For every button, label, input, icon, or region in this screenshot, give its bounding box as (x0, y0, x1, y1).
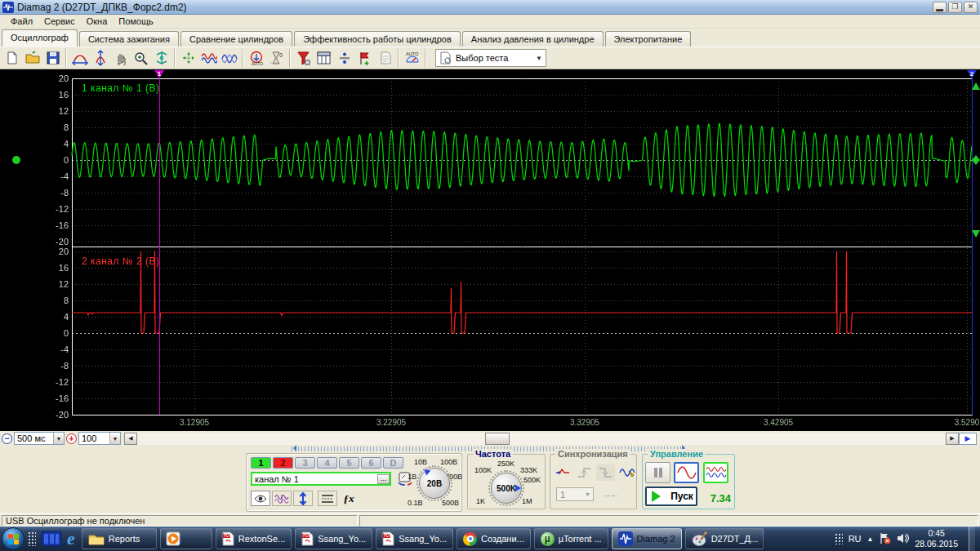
overlay-waves-icon[interactable] (219, 48, 239, 68)
pinned-dots-icon[interactable] (28, 531, 36, 546)
channel-button-3[interactable]: 3 (295, 457, 315, 469)
tab-power-supply[interactable]: Электропитание (605, 31, 692, 47)
hand-icon[interactable] (110, 48, 131, 68)
channel-button-4[interactable]: 4 (317, 457, 337, 469)
channel-button-1[interactable]: 1 (251, 457, 271, 469)
fit-signal-icon[interactable] (178, 48, 198, 68)
start-button-orb[interactable] (2, 527, 24, 550)
language-indicator[interactable]: RU (849, 534, 862, 544)
tab-ignition[interactable]: Система зажигания (79, 31, 179, 47)
taskbar-button-paint[interactable]: D27DT_Д... (685, 528, 764, 549)
formula-fx-icon[interactable]: ƒx (339, 491, 359, 506)
test-select-value: Выбор теста (456, 53, 508, 63)
menu-service[interactable]: Сервис (38, 16, 81, 27)
voltage-reading: 7.34 (710, 492, 731, 504)
close-button[interactable]: ✕ (964, 2, 978, 13)
stretch-vertical-icon[interactable] (90, 48, 110, 68)
filter-icon[interactable] (293, 48, 314, 68)
scroll-left-button[interactable]: ◀ (124, 433, 137, 445)
scale-combo[interactable]: 100▼ (78, 432, 121, 445)
menu-windows[interactable]: Окна (81, 16, 114, 27)
zoom-out-time-icon[interactable]: − (2, 433, 12, 444)
taskbar-button-media-player[interactable] (160, 528, 212, 549)
eye-icon[interactable] (251, 491, 270, 506)
taskbar-button-utorrent[interactable]: µ µTorrent ... (534, 528, 608, 549)
divide-icon[interactable] (334, 48, 354, 68)
internet-explorer-icon[interactable]: e (67, 528, 75, 549)
follow-end-button[interactable]: ▶ (959, 433, 977, 445)
auto-amplitude-icon[interactable]: AUTO (246, 48, 266, 68)
scroll-right-button[interactable]: ▶ (946, 433, 959, 445)
zoom-in-scale-icon[interactable]: + (66, 433, 77, 444)
sync-rising-edge-icon[interactable] (575, 464, 594, 481)
channel-button-5[interactable]: 5 (339, 457, 359, 469)
save-icon[interactable] (42, 48, 63, 68)
taskbar-button-chrome[interactable]: Создани... (457, 528, 531, 549)
adc-waves-icon[interactable] (272, 491, 292, 506)
diagnostic-device-icon[interactable] (41, 531, 62, 547)
taskbar-button-reports[interactable]: Reports (82, 528, 157, 549)
sync-source-value: 1 (560, 490, 565, 500)
voltage-10v-label: 10В (414, 458, 427, 466)
channel-button-d[interactable]: D (383, 457, 403, 469)
sync-manual-cursor-icon[interactable] (617, 464, 636, 481)
tab-cylinder-pressure[interactable]: Анализ давления в цилиндре (462, 31, 604, 47)
continuous-sweep-icon[interactable] (703, 462, 728, 483)
scrollbar-thumb[interactable] (485, 433, 510, 445)
taskbar-button-rexton-pdf[interactable]: PDF RextonSe... (216, 528, 292, 549)
svg-text:AUTO: AUTO (406, 51, 419, 56)
test-select-combo[interactable]: Выбор теста ▼ (435, 49, 546, 67)
maximize-button[interactable]: ❐ (948, 2, 962, 13)
sync-source-select[interactable]: 1 ▼ (556, 487, 594, 501)
clock[interactable]: 0:45 28.06.2015 (915, 528, 958, 549)
taskbar-button-label: D27DT_Д... (711, 534, 759, 544)
menu-file[interactable]: Файл (5, 16, 38, 27)
tray-expand-icon[interactable]: ▲ (867, 535, 874, 543)
action-center-flag-icon[interactable] (879, 532, 891, 546)
auto-gauge-icon[interactable]: AUTO (402, 48, 422, 68)
new-file-icon[interactable] (2, 48, 22, 68)
tab-oscilloscope[interactable]: Осциллограф (2, 29, 78, 47)
table-icon[interactable] (314, 48, 334, 68)
title-bar[interactable]: Diamag 2 (D27DT_ДПКВ_Форс2.dm2) ▬ ❐ ✕ (0, 0, 980, 15)
channel-name-input[interactable]: канал № 1 ... (251, 472, 391, 486)
scrollbar-track[interactable] (138, 433, 945, 445)
single-sweep-icon[interactable] (674, 462, 699, 483)
grid-lines-icon[interactable] (318, 491, 337, 506)
taskbar-button-ssang-pdf-1[interactable]: PDF Ssang_Yo... (295, 528, 372, 549)
taskbar-button-ssang-pdf-2[interactable]: PDF Ssang_Yo... (376, 528, 453, 549)
signal-selector-icon[interactable] (151, 48, 172, 68)
sync-falling-edge-icon[interactable] (596, 464, 615, 481)
start-button[interactable]: Пуск (645, 487, 697, 506)
chevron-down-icon[interactable]: ▼ (53, 433, 64, 444)
taskbar-button-diamag[interactable]: Diamag 2 (612, 528, 682, 549)
oscilloscope-display[interactable]: 1 канал № 1 (В) 2 канал № 2 (В) (0, 69, 980, 431)
open-file-icon[interactable] (22, 48, 42, 68)
tab-cylinder-efficiency[interactable]: Эффективность работы цилиндров (294, 31, 461, 47)
report-icon[interactable] (375, 48, 395, 68)
sync-join-icon[interactable]: →← (603, 489, 617, 499)
timebase-combo[interactable]: 500 мс▼ (14, 432, 65, 445)
channel-button-2[interactable]: 2 (273, 457, 293, 469)
zero-offset-icon[interactable]: 0 (266, 48, 287, 68)
stretch-horizontal-icon[interactable] (69, 48, 90, 68)
show-desktop-button[interactable] (969, 527, 975, 551)
sync-wave-trigger-icon[interactable] (554, 464, 572, 481)
channel-button-6[interactable]: 6 (361, 457, 381, 469)
speaker-icon[interactable] (897, 533, 909, 545)
flag-icon[interactable] (354, 48, 375, 68)
scope-canvas[interactable] (0, 69, 980, 431)
zoom-icon[interactable] (131, 48, 151, 68)
compare-waves-icon[interactable] (198, 48, 219, 68)
channel-name-browse-button[interactable]: ... (377, 474, 390, 484)
pause-icon[interactable] (645, 462, 670, 483)
tab-cylinder-compare[interactable]: Сравнение цилиндров (180, 31, 292, 47)
chrome-icon (463, 532, 477, 546)
frequency-knob[interactable]: 250K 100K 333K 500K 1K 1M 500K (473, 460, 541, 507)
menu-help[interactable]: Помощь (113, 16, 159, 27)
invert-updown-icon[interactable] (293, 491, 313, 506)
freq-1m-label: 1M (522, 497, 532, 505)
chevron-down-icon[interactable]: ▼ (109, 433, 120, 444)
minimize-button[interactable]: ▬ (933, 2, 947, 13)
voltage-knob[interactable]: 10В 100В 1В 200В 0.1В 500В 20В (408, 456, 461, 510)
